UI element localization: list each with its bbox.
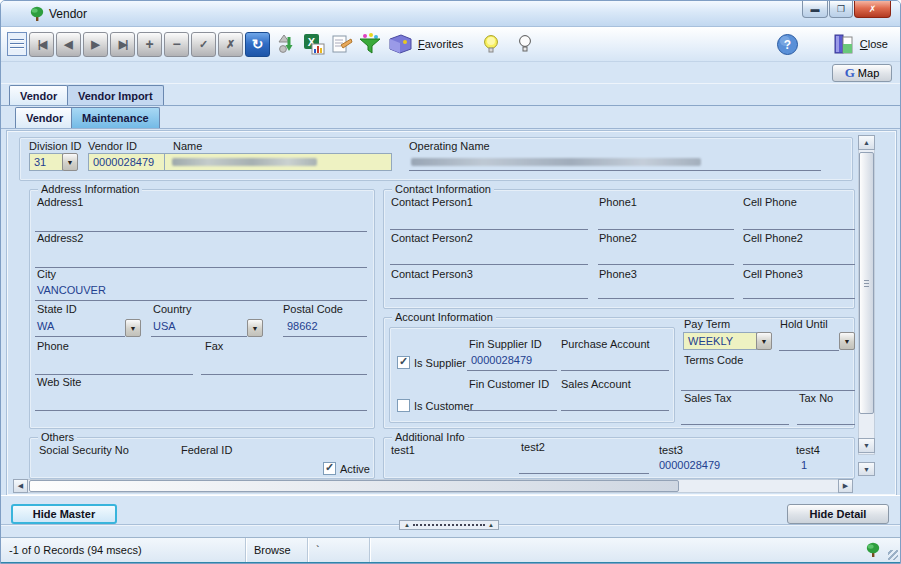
phone3-field[interactable] (598, 298, 734, 299)
audit-edit-icon[interactable] (330, 32, 354, 56)
hold-until-field[interactable] (779, 350, 839, 351)
main-toolbar: |◀ ◀ ▶ ▶| + − ✓ ✗ ↻ X Favorites (1, 27, 900, 62)
contact-person1-field[interactable] (390, 229, 588, 230)
fin-customer-id-field[interactable] (467, 410, 557, 411)
is-customer-checkbox[interactable] (397, 399, 410, 412)
address1-field[interactable] (35, 231, 367, 232)
country-field[interactable] (151, 336, 247, 337)
phone2-field[interactable] (598, 264, 734, 265)
sort-order-icon[interactable] (274, 32, 298, 56)
test2-label: test2 (521, 441, 545, 453)
help-icon[interactable]: ? (776, 32, 800, 56)
division-id-field[interactable]: 31 (29, 153, 63, 171)
test2-field[interactable] (519, 473, 649, 474)
scroll-up-button[interactable]: ▲ (858, 135, 875, 150)
cell-phone1-field[interactable] (743, 229, 855, 230)
save-record-button[interactable]: ✓ (191, 32, 216, 57)
contact-person3-field[interactable] (390, 298, 588, 299)
cell-phone2-field[interactable] (743, 264, 855, 265)
scroll-down-button[interactable]: ▼ (858, 438, 875, 453)
hide-master-button[interactable]: Hide Master (11, 504, 117, 524)
address2-field[interactable] (35, 267, 367, 268)
map-button[interactable]: G Map (832, 64, 892, 82)
vertical-scrollbar-thumb[interactable] (859, 152, 874, 414)
division-id-dropdown[interactable]: ▼ (62, 153, 78, 171)
refresh-button[interactable]: ↻ (245, 32, 270, 57)
hide-detail-button[interactable]: Hide Detail (787, 504, 889, 524)
minimize-button[interactable]: ▬ (802, 1, 828, 18)
phone-label: Phone (37, 340, 69, 352)
delete-record-button[interactable]: − (164, 32, 189, 57)
pay-term-dropdown[interactable]: ▼ (756, 332, 772, 350)
fin-customer-id-label: Fin Customer ID (469, 378, 549, 390)
fin-supplier-id-value[interactable]: 0000028479 (471, 354, 532, 366)
website-field[interactable] (35, 410, 367, 411)
scroll-right-button[interactable]: ▶ (838, 479, 853, 493)
title-bar[interactable]: Vendor ▬ ❐ ✗ (1, 1, 900, 27)
tab-vendor-import[interactable]: Vendor Import (67, 85, 164, 105)
splitter-collapse-handle[interactable]: ▲▲ (399, 520, 499, 530)
sales-account-field[interactable] (561, 410, 669, 411)
close-window-button[interactable]: ✗ (854, 1, 891, 18)
contact-person1-label: Contact Person1 (391, 196, 473, 208)
test4-value[interactable]: 1 (801, 459, 807, 471)
filter-icon[interactable] (358, 32, 382, 56)
scroll-left-button[interactable]: ◀ (13, 479, 28, 493)
terms-code-field[interactable] (681, 390, 855, 391)
cell-phone3-field[interactable] (743, 298, 855, 299)
phone-field[interactable] (35, 374, 193, 375)
postal-code-field[interactable] (283, 336, 367, 337)
state-id-field[interactable] (35, 336, 125, 337)
cancel-record-button[interactable]: ✗ (218, 32, 243, 57)
postal-code-value[interactable]: 98662 (287, 320, 318, 332)
sales-account-label: Sales Account (561, 378, 631, 390)
city-value[interactable]: VANCOUVER (37, 284, 106, 296)
country-dropdown[interactable]: ▼ (247, 319, 263, 337)
active-label: Active (340, 463, 370, 475)
horizontal-scrollbar-thumb[interactable] (29, 480, 679, 492)
contact-person2-field[interactable] (390, 264, 588, 265)
is-supplier-checkbox[interactable] (397, 356, 410, 369)
lightbulb-on-icon[interactable] (479, 32, 503, 56)
previous-record-button[interactable]: ◀ (56, 32, 81, 57)
inner-scroll-down-button[interactable]: ▼ (858, 462, 875, 476)
lightbulb-off-icon[interactable] (513, 32, 537, 56)
resize-grip[interactable] (888, 550, 898, 560)
tab-vendor[interactable]: Vendor (9, 85, 68, 105)
phone1-label: Phone1 (599, 196, 637, 208)
last-record-button[interactable]: ▶| (110, 32, 135, 57)
fax-field[interactable] (201, 374, 367, 375)
tax-no-field[interactable] (797, 424, 855, 425)
favorites-book-icon[interactable] (386, 32, 414, 56)
phone1-field[interactable] (598, 229, 734, 230)
sales-tax-field[interactable] (681, 424, 789, 425)
hold-until-dropdown[interactable]: ▼ (839, 332, 855, 350)
state-id-dropdown[interactable]: ▼ (125, 319, 141, 337)
maximize-button[interactable]: ❐ (829, 1, 853, 18)
state-id-value[interactable]: WA (37, 320, 54, 332)
favorites-label[interactable]: Favorites (418, 38, 463, 50)
close-door-icon[interactable] (832, 32, 856, 56)
status-tree-icon (865, 542, 881, 558)
toolbar-grip-icon[interactable] (7, 32, 27, 56)
subtab-vendor[interactable]: Vendor (15, 107, 74, 128)
excel-export-icon[interactable]: X (302, 32, 326, 56)
country-value[interactable]: USA (153, 320, 176, 332)
fin-supplier-id-field[interactable] (467, 370, 557, 371)
close-form-button[interactable]: Close (860, 38, 888, 50)
purchase-account-field[interactable] (561, 370, 669, 371)
first-record-button[interactable]: |◀ (29, 32, 54, 57)
subtab-maintenance[interactable]: Maintenance (71, 107, 160, 128)
pay-term-field[interactable]: WEEKLY (683, 332, 757, 350)
ssn-label: Social Security No (39, 444, 129, 456)
next-record-button[interactable]: ▶ (83, 32, 108, 57)
is-customer-label: Is Customer (414, 400, 473, 412)
active-checkbox[interactable] (323, 462, 336, 475)
pay-term-label: Pay Term (684, 318, 730, 330)
record-count-status: -1 of 0 Records (94 msecs) (1, 538, 246, 562)
add-record-button[interactable]: + (137, 32, 162, 57)
name-label: Name (173, 140, 202, 152)
test3-value[interactable]: 0000028479 (659, 459, 720, 471)
city-field[interactable] (35, 300, 367, 301)
operating-name-label: Operating Name (409, 140, 490, 152)
